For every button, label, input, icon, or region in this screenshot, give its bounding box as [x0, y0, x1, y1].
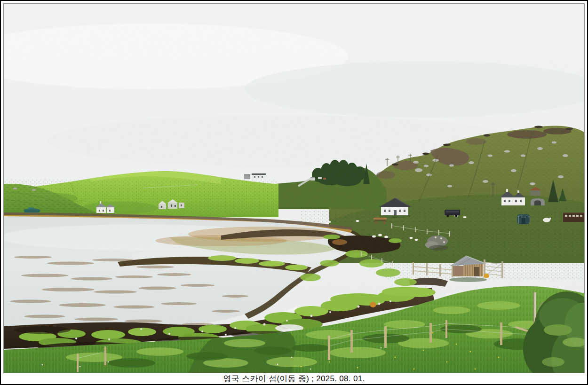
photo	[3, 3, 585, 373]
framed-photo-page: 영국 스카이 섬(이동 중) ; 2025. 08. 01.	[0, 0, 588, 385]
landscape-scene	[4, 4, 584, 373]
caption-text: 영국 스카이 섬(이동 중) ; 2025. 08. 01.	[223, 373, 365, 384]
caption-bar: 영국 스카이 섬(이동 중) ; 2025. 08. 01.	[4, 373, 584, 384]
photo-grain-overlay	[4, 4, 584, 373]
